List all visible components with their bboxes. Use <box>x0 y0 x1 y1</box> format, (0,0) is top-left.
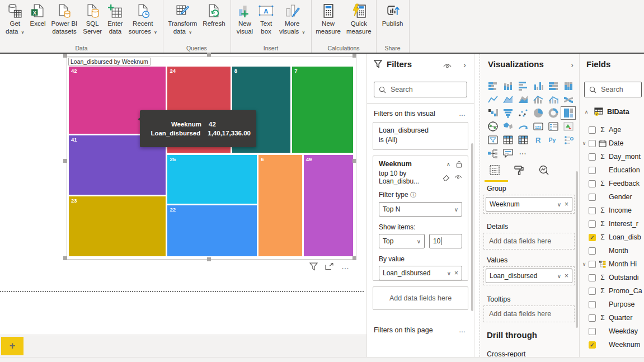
fields-search-input[interactable]: Search <box>584 82 642 97</box>
group-field-pill[interactable]: Weeknum ∨ × <box>486 197 572 211</box>
visual-type-slicer-icon[interactable] <box>485 133 500 147</box>
field-checkbox[interactable] <box>589 194 596 201</box>
visual-type-kpi-icon[interactable] <box>561 120 576 133</box>
visual-type-waterfall-icon[interactable] <box>485 106 500 120</box>
visual-type-key-influencers-icon[interactable] <box>561 133 576 147</box>
collapse-card-icon[interactable]: ∧ <box>446 161 450 167</box>
field-checkbox[interactable] <box>589 180 596 187</box>
details-field-well[interactable]: Add data fields here <box>483 233 575 250</box>
visual-type-donut-icon[interactable] <box>546 106 561 120</box>
get-data-button[interactable]: Get data ∨ <box>3 3 27 36</box>
add-filter-field-dropzone[interactable]: Add data fields here <box>373 286 468 310</box>
filter-card-weeknum[interactable]: Weeknum ∧ top 10 by Loan_disbu... Filter… <box>373 156 468 281</box>
treemap-cell-6[interactable]: 6 <box>258 154 303 257</box>
field-checkbox[interactable] <box>589 328 596 335</box>
field-checkbox[interactable] <box>589 140 596 147</box>
field-checkbox[interactable] <box>589 153 596 161</box>
field-item-interest-r[interactable]: ΣInterest_r <box>580 217 644 231</box>
field-item-income[interactable]: ΣIncome <box>580 204 644 217</box>
field-item-weekday[interactable]: Weekday <box>580 325 644 338</box>
eye-icon[interactable] <box>454 175 462 180</box>
resize-handle[interactable] <box>352 54 356 58</box>
field-checkbox[interactable]: ✓ <box>589 341 596 349</box>
eye-icon[interactable] <box>443 62 452 72</box>
treemap-cell-7[interactable]: 7 <box>292 66 354 153</box>
visual-type-multi-row-card-icon[interactable] <box>546 120 561 133</box>
resize-handle[interactable] <box>63 256 67 260</box>
visual-type-table-icon[interactable] <box>500 133 515 147</box>
field-item-date[interactable]: ∨Date <box>580 137 644 150</box>
values-field-pill[interactable]: Loan_disbursed ∨ × <box>486 269 572 283</box>
by-value-dropdown[interactable]: Loan_disbursed ∨ × <box>379 266 462 280</box>
visual-type-line-icon[interactable] <box>485 93 500 106</box>
field-item-outstandi[interactable]: ΣOutstandi <box>580 271 644 284</box>
sql-server-button[interactable]: SQL Server <box>80 3 105 36</box>
show-mode-dropdown[interactable]: Top ∨ <box>379 234 425 248</box>
tab-analytics[interactable] <box>537 163 551 177</box>
treemap-cell-49[interactable]: 49 <box>303 154 354 257</box>
field-item-loan-disb[interactable]: ✓ΣLoan_disb <box>580 231 644 244</box>
visual-filter-icon[interactable] <box>309 262 318 271</box>
visual-type-r-script-icon[interactable]: R <box>530 133 546 147</box>
filters-search-input[interactable]: Search <box>374 82 467 97</box>
treemap-cell-23[interactable]: 23 <box>68 196 166 257</box>
excel-button[interactable]: XExcel <box>27 3 48 27</box>
visual-type-line-stacked-column-icon[interactable] <box>530 93 546 106</box>
visual-type-python-icon[interactable]: Py <box>546 133 561 147</box>
resize-handle[interactable] <box>63 159 67 163</box>
quick-measure-button[interactable]: Quick measure <box>344 3 374 36</box>
collapse-table-icon[interactable]: ∧ <box>582 109 591 115</box>
field-checkbox[interactable] <box>589 261 596 268</box>
powerbi-datasets-button[interactable]: Power BI datasets <box>49 3 81 36</box>
visual-type-decomposition-tree-icon[interactable] <box>485 147 500 160</box>
field-checkbox[interactable]: ✓ <box>589 234 596 241</box>
field-checkbox[interactable] <box>589 220 596 228</box>
visual-type-more-icon[interactable]: ⋯ <box>515 147 530 160</box>
values-field-well[interactable]: Loan_disbursed ∨ × <box>483 266 575 285</box>
new-page-button[interactable]: + <box>1 337 23 355</box>
filter-type-dropdown[interactable]: Top N ∨ <box>379 202 462 217</box>
new-visual-button[interactable]: New visual <box>234 3 256 36</box>
tab-format[interactable] <box>513 163 526 177</box>
visual-type-stacked-area-icon[interactable] <box>515 93 530 106</box>
resize-handle[interactable] <box>207 257 211 261</box>
new-measure-button[interactable]: New measure <box>313 3 344 36</box>
visual-type-hundred-stacked-bar-icon[interactable] <box>546 79 561 93</box>
expand-icon[interactable]: ∨ <box>580 261 589 267</box>
resize-handle[interactable] <box>63 54 67 58</box>
field-checkbox[interactable] <box>589 314 596 322</box>
field-item-promo-ca[interactable]: ΣPromo_Ca <box>580 284 644 298</box>
visual-type-ribbon-icon[interactable] <box>561 93 576 106</box>
filter-card-loan-disbursed[interactable]: Loan_disbursed is (All) <box>373 122 468 150</box>
field-item-age[interactable]: ΣAge <box>580 123 644 137</box>
field-checkbox[interactable] <box>589 167 596 174</box>
tab-fields[interactable] <box>488 163 501 177</box>
table-node-bidata[interactable]: ∧ BIData <box>582 107 629 116</box>
more-visuals-button[interactable]: More visuals ∨ <box>276 3 308 36</box>
resize-handle[interactable] <box>352 159 356 163</box>
field-item-purpose[interactable]: Purpose <box>580 298 644 311</box>
publish-button[interactable]: Publish <box>379 3 406 27</box>
visual-type-arcgis-map-icon[interactable] <box>515 120 530 133</box>
visual-type-stacked-bar-icon[interactable] <box>485 79 500 93</box>
resize-handle[interactable] <box>207 53 211 57</box>
visual-type-hundred-stacked-column-icon[interactable] <box>561 79 576 93</box>
collapse-pane-icon[interactable]: › <box>571 60 574 69</box>
remove-field-icon[interactable]: × <box>565 272 568 280</box>
expand-icon[interactable]: ∨ <box>580 140 589 146</box>
show-count-input[interactable]: 10 <box>429 234 462 248</box>
section-more-icon[interactable]: … <box>459 110 466 117</box>
field-item-education[interactable]: Education <box>580 163 644 177</box>
field-checkbox[interactable] <box>589 288 596 295</box>
visual-type-clustered-column-icon[interactable] <box>530 79 546 93</box>
visual-type-filled-map-icon[interactable] <box>500 120 515 133</box>
lock-icon[interactable] <box>456 161 462 168</box>
visual-type-stacked-column-icon[interactable] <box>500 79 515 93</box>
field-item-month[interactable]: Month <box>580 244 644 257</box>
field-checkbox[interactable] <box>589 274 596 281</box>
treemap-cell-22[interactable]: 22 <box>167 205 257 257</box>
field-checkbox[interactable] <box>589 247 596 255</box>
eraser-icon[interactable] <box>443 174 450 181</box>
visual-type-map-icon[interactable] <box>485 120 500 133</box>
visual-type-line-clustered-column-icon[interactable] <box>546 93 561 106</box>
